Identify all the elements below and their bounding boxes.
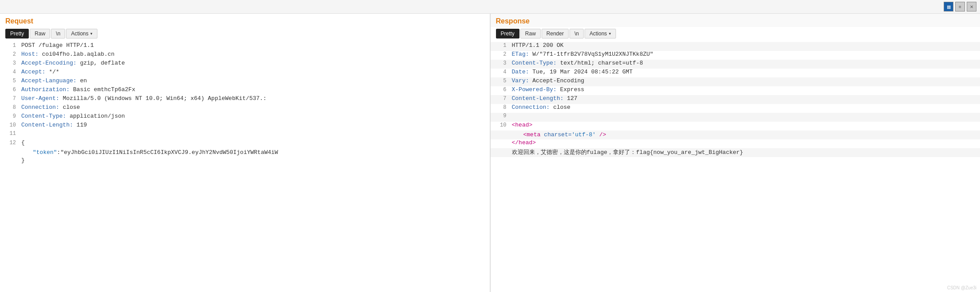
response-tab-render[interactable]: Render xyxy=(542,29,569,38)
request-tab-raw[interactable]: Raw xyxy=(30,29,50,38)
response-code: 1 HTTP/1.1 200 OK 2 ETag: W/"7f1-1tfrB2V… xyxy=(491,40,980,159)
line-content: 欢迎回来，艾德密，这是你的fulage，拿好了：flag{now_you_are… xyxy=(512,148,977,156)
line-content: POST /fulage HTTP/1.1 xyxy=(21,42,486,49)
line-content: Accept-Language: en xyxy=(21,77,486,84)
line-content: X-Powered-By: Express xyxy=(512,86,977,93)
line-content: Date: Tue, 19 Mar 2024 08:45:22 GMT xyxy=(512,69,977,75)
line-number: 12 xyxy=(4,140,16,146)
line-number: 5 xyxy=(4,78,16,84)
line: 7 Content-Length: 127 xyxy=(491,95,980,104)
line-content: <meta charset='utf-8' /> xyxy=(512,131,977,138)
request-tab-newline[interactable]: \n xyxy=(51,29,65,38)
response-title: Response xyxy=(491,14,980,27)
line: 6 X-Powered-By: Express xyxy=(491,86,980,95)
line: 5 Vary: Accept-Encoding xyxy=(491,77,980,86)
line-number: 10 xyxy=(494,122,507,128)
line-content: User-Agent: Mozilla/5.0 (Windows NT 10.0… xyxy=(21,95,486,102)
response-panel: Response Pretty Raw Render \n Actions ▾ … xyxy=(491,14,980,292)
panels: Request Pretty Raw \n Actions ▾ 1 POST /… xyxy=(0,14,980,292)
line: 9 xyxy=(491,113,980,122)
line: 12 { xyxy=(0,139,490,148)
line-content: Accept: */* xyxy=(21,69,486,75)
line-content: Connection: close xyxy=(512,104,977,111)
line-number: 6 xyxy=(494,87,507,93)
line: 11 xyxy=(0,131,490,139)
watermark: CSDN @Zue3i xyxy=(947,285,976,290)
line-number: 1 xyxy=(494,42,507,49)
response-tab-actions[interactable]: Actions ▾ xyxy=(585,29,616,38)
line: "token":"eyJhbGci0iJIUzI1NiIsInR5cCI6Ikp… xyxy=(0,148,490,157)
request-tab-actions[interactable]: Actions ▾ xyxy=(66,29,97,38)
line: 10 Content-Length: 119 xyxy=(0,122,490,131)
line-number: 3 xyxy=(494,60,507,66)
line-number: 6 xyxy=(4,87,16,93)
line: <meta charset='utf-8' /> xyxy=(491,131,980,139)
layout-btn-1[interactable]: ▦ xyxy=(944,2,953,12)
response-tab-raw[interactable]: Raw xyxy=(520,29,541,38)
line: 5 Accept-Language: en xyxy=(0,77,490,86)
response-tab-newline[interactable]: \n xyxy=(569,29,584,38)
request-code: 1 POST /fulage HTTP/1.1 2 Host: coi04fho… xyxy=(0,40,490,168)
response-toolbar: Pretty Raw Render \n Actions ▾ xyxy=(491,27,980,40)
line: 4 Accept: */* xyxy=(0,69,490,77)
line-number: 1 xyxy=(4,42,16,49)
line-content: Host: coi04fho.lab.aqlab.cn xyxy=(21,51,486,58)
line: 8 Connection: close xyxy=(0,104,490,113)
line-number: 9 xyxy=(4,113,16,119)
line: 10 <head> xyxy=(491,122,980,131)
line: 1 POST /fulage HTTP/1.1 xyxy=(0,42,490,51)
line-content: Content-Type: text/html; charset=utf-8 xyxy=(512,60,977,66)
top-bar: ▦ ≡ ✕ xyxy=(0,0,980,14)
line-number: 9 xyxy=(494,113,507,119)
request-title: Request xyxy=(0,14,490,27)
line-content: Accept-Encoding: gzip, deflate xyxy=(21,60,486,66)
line: 6 Authorization: Basic emthcTp6a2Fx xyxy=(0,86,490,95)
line: </head> xyxy=(491,139,980,148)
line-content: </head> xyxy=(512,139,977,146)
line-content: ETag: W/"7f1-1tfrB2V78VqS1yM1U2XNJTKk8ZU… xyxy=(512,51,977,58)
request-content[interactable]: 1 POST /fulage HTTP/1.1 2 Host: coi04fho… xyxy=(0,40,490,292)
line-content: <head> xyxy=(512,122,977,128)
line: 1 HTTP/1.1 200 OK xyxy=(491,42,980,51)
line: 3 Accept-Encoding: gzip, deflate xyxy=(0,60,490,69)
line-number: 8 xyxy=(4,104,16,111)
request-panel: Request Pretty Raw \n Actions ▾ 1 POST /… xyxy=(0,14,490,292)
actions-chevron: ▾ xyxy=(90,31,93,36)
line-content: HTTP/1.1 200 OK xyxy=(512,42,977,49)
line: 3 Content-Type: text/html; charset=utf-8 xyxy=(491,60,980,69)
line-number: 7 xyxy=(494,96,507,102)
line-content: Connection: close xyxy=(21,104,486,111)
line-number: 4 xyxy=(494,69,507,75)
line-number: 5 xyxy=(494,78,507,84)
line-number: 10 xyxy=(4,122,16,128)
line: 4 Date: Tue, 19 Mar 2024 08:45:22 GMT xyxy=(491,69,980,77)
line-content: { xyxy=(21,139,486,146)
line-content: Content-Type: application/json xyxy=(21,113,486,119)
actions-chevron-resp: ▾ xyxy=(609,31,611,36)
response-content[interactable]: 1 HTTP/1.1 200 OK 2 ETag: W/"7f1-1tfrB2V… xyxy=(491,40,980,292)
line: } xyxy=(0,157,490,166)
line-content: } xyxy=(21,157,486,164)
line-content: Vary: Accept-Encoding xyxy=(512,77,977,84)
line-content: Content-Length: 127 xyxy=(512,95,977,102)
line-number: 7 xyxy=(4,96,16,102)
line-number: 2 xyxy=(4,51,16,58)
line: 欢迎回来，艾德密，这是你的fulage，拿好了：flag{now_you_are… xyxy=(491,148,980,157)
request-toolbar: Pretty Raw \n Actions ▾ xyxy=(0,27,490,40)
response-tab-pretty[interactable]: Pretty xyxy=(496,29,519,38)
line-content: Content-Length: 119 xyxy=(21,122,486,128)
line-number: 2 xyxy=(494,51,507,58)
line: 2 Host: coi04fho.lab.aqlab.cn xyxy=(0,51,490,60)
line-content: "token":"eyJhbGci0iJIUzI1NiIsInR5cCI6Ikp… xyxy=(21,148,486,156)
line: 2 ETag: W/"7f1-1tfrB2V78VqS1yM1U2XNJTKk8… xyxy=(491,51,980,60)
request-tab-pretty[interactable]: Pretty xyxy=(5,29,29,38)
line-number: 3 xyxy=(4,60,16,66)
line-number: 11 xyxy=(4,131,16,137)
layout-btn-3[interactable]: ✕ xyxy=(967,2,976,12)
line: 7 User-Agent: Mozilla/5.0 (Windows NT 10… xyxy=(0,95,490,104)
line-number: 8 xyxy=(494,104,507,111)
line-content: Authorization: Basic emthcTp6a2Fx xyxy=(21,86,486,93)
line: 8 Connection: close xyxy=(491,104,980,113)
line: 9 Content-Type: application/json xyxy=(0,113,490,122)
layout-btn-2[interactable]: ≡ xyxy=(955,2,965,12)
